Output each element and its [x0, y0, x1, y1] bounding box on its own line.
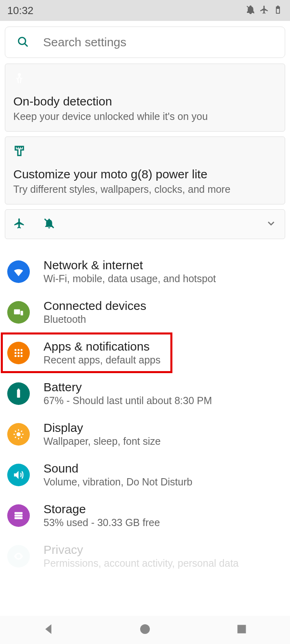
devices-icon [7, 301, 30, 324]
svg-point-17 [17, 432, 21, 436]
item-title: Network & internet [44, 258, 216, 272]
item-title: Privacy [44, 543, 239, 557]
card-title: On-body detection [13, 95, 277, 108]
item-sub: 67% - Should last until about 8:30 PM [44, 395, 212, 407]
svg-rect-19 [14, 514, 23, 516]
storage-icon [7, 504, 30, 527]
svg-rect-18 [14, 512, 23, 514]
svg-point-12 [14, 355, 17, 357]
card-subtitle: Keep your device unlocked while it's on … [13, 111, 277, 122]
airplane-icon [259, 5, 269, 16]
settings-item-display[interactable]: Display Wallpaper, sleep, font size [5, 414, 285, 454]
card-title: Customize your moto g(8) power lite [13, 167, 277, 181]
search-settings[interactable]: Search settings [5, 27, 285, 58]
item-title: Storage [44, 502, 160, 516]
svg-point-11 [21, 352, 23, 354]
item-sub: Volume, vibration, Do Not Disturb [44, 476, 193, 488]
brightness-icon [7, 423, 30, 446]
svg-rect-22 [238, 625, 246, 634]
item-sub: Wallpaper, sleep, font size [44, 436, 161, 447]
settings-item-sound[interactable]: Sound Volume, vibration, Do Not Disturb [5, 454, 285, 495]
svg-rect-5 [21, 311, 23, 315]
battery-icon [7, 382, 30, 405]
status-bar: 10:32 [0, 0, 290, 21]
svg-point-7 [18, 349, 20, 351]
item-title: Sound [44, 462, 193, 475]
dnd-off-icon[interactable] [43, 217, 55, 231]
svg-point-10 [18, 352, 20, 354]
svg-rect-15 [17, 390, 20, 398]
settings-item-apps[interactable]: Apps & notifications Recent apps, defaul… [5, 332, 285, 373]
svg-line-1 [25, 44, 28, 47]
svg-point-2 [18, 73, 21, 76]
brush-icon [13, 145, 277, 159]
svg-point-0 [19, 37, 26, 45]
person-icon [13, 72, 277, 86]
svg-point-8 [21, 349, 23, 351]
svg-point-6 [14, 349, 17, 351]
nav-back-button[interactable] [41, 622, 56, 638]
nav-recent-button[interactable] [234, 622, 249, 638]
settings-item-storage[interactable]: Storage 53% used - 30.33 GB free [5, 495, 285, 536]
card-customize[interactable]: Customize your moto g(8) power lite Try … [5, 136, 285, 204]
svg-rect-4 [14, 309, 20, 314]
card-onbody-detection[interactable]: On-body detection Keep your device unloc… [5, 64, 285, 132]
airplane-icon[interactable] [13, 217, 25, 231]
sound-icon [7, 464, 30, 486]
item-title: Apps & notifications [44, 340, 160, 353]
item-sub: 53% used - 30.33 GB free [44, 517, 160, 528]
settings-item-privacy[interactable]: Privacy Permissions, account activity, p… [5, 536, 285, 576]
apps-icon [7, 342, 30, 364]
svg-point-21 [140, 624, 150, 634]
status-icons [246, 5, 283, 16]
item-sub: Wi-Fi, mobile, data usage, and hotspot [44, 273, 216, 285]
search-placeholder: Search settings [43, 35, 126, 49]
svg-rect-16 [18, 388, 19, 390]
item-sub: Bluetooth [44, 314, 146, 325]
item-sub: Recent apps, default apps [44, 354, 160, 366]
nav-home-button[interactable] [138, 622, 152, 638]
svg-point-13 [18, 355, 20, 357]
search-icon [17, 35, 43, 49]
settings-item-battery[interactable]: Battery 67% - Should last until about 8:… [5, 373, 285, 414]
item-title: Connected devices [44, 299, 146, 313]
chevron-down-icon[interactable] [265, 218, 277, 231]
item-title: Battery [44, 380, 212, 394]
wifi-icon [7, 260, 30, 283]
svg-rect-20 [14, 517, 23, 519]
item-sub: Permissions, account activity, personal … [44, 557, 239, 569]
item-title: Display [44, 421, 161, 435]
settings-item-connected[interactable]: Connected devices Bluetooth [5, 292, 285, 332]
quick-toggle-bar[interactable] [5, 209, 285, 239]
status-time: 10:32 [7, 4, 33, 17]
card-subtitle: Try different styles, wallpapers, clocks… [13, 184, 277, 195]
settings-item-network[interactable]: Network & internet Wi-Fi, mobile, data u… [5, 251, 285, 292]
navigation-bar [0, 616, 290, 644]
svg-point-9 [14, 352, 17, 354]
svg-point-14 [21, 355, 23, 357]
settings-list: Network & internet Wi-Fi, mobile, data u… [5, 251, 285, 576]
battery-icon [273, 5, 283, 16]
privacy-icon [7, 545, 30, 568]
dnd-off-icon [246, 5, 255, 16]
